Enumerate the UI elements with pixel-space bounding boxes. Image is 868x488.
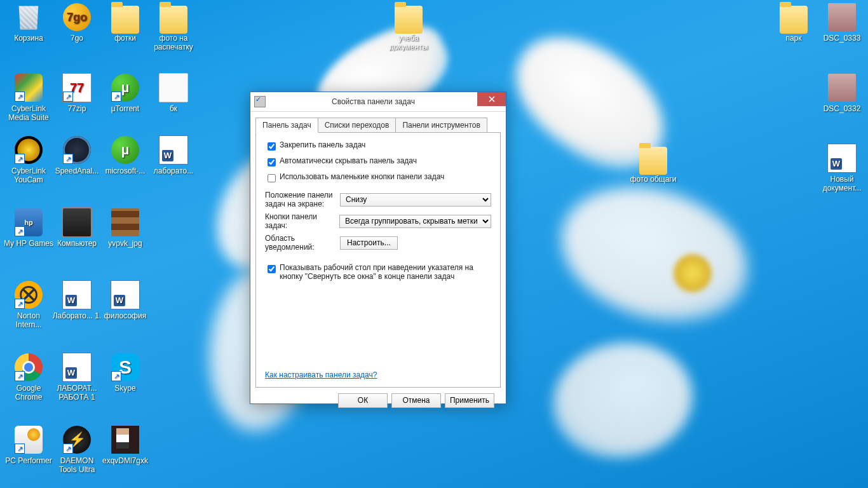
desktop-icon[interactable]: DSC_0333	[817, 2, 867, 43]
label-taskbar-position: Положение панели задач на экране:	[265, 191, 340, 208]
desktop-icon[interactable]: 77↗77zip	[52, 72, 102, 113]
select-taskbar-buttons[interactable]: Всегда группировать, скрывать метки	[339, 215, 491, 228]
desktop-icon[interactable]: фотки	[100, 2, 150, 43]
shortcut-arrow-icon: ↗	[15, 154, 25, 164]
desktop-icon[interactable]: учеба документы	[384, 2, 433, 51]
shortcut-arrow-icon: ↗	[15, 92, 25, 102]
shortcut-arrow-icon: ↗	[15, 299, 25, 309]
desktop-icon-label: My HP Games	[4, 239, 53, 248]
shortcut-arrow-icon: ↗	[111, 371, 121, 381]
app-icon: µ	[111, 136, 139, 164]
app-icon	[639, 147, 667, 175]
desktop-icon-label: Компьютер	[52, 239, 102, 248]
desktop-icon[interactable]: парк	[769, 2, 818, 43]
app-icon	[111, 6, 139, 34]
dialog-icon	[254, 96, 266, 107]
app-icon	[15, 3, 43, 31]
desktop-icon[interactable]: ↗PC Performer	[4, 424, 53, 465]
app-icon	[827, 144, 857, 173]
desktop-icon[interactable]: ↗SpeedAnal...	[52, 135, 102, 175]
select-taskbar-position[interactable]: Снизу	[340, 193, 491, 207]
shortcut-arrow-icon: ↗	[63, 154, 73, 164]
app-icon	[159, 6, 187, 34]
close-button[interactable]	[477, 92, 506, 106]
desktop-icon[interactable]: ↗CyberLink YouCam	[4, 135, 53, 184]
desktop-icon-label: парк	[769, 34, 818, 43]
desktop-icon-label: SpeedAnal...	[52, 166, 102, 175]
desktop-icon[interactable]: Корзина	[4, 2, 53, 43]
desktop-icon[interactable]: Компьютер	[52, 207, 102, 248]
desktop-icon[interactable]: Новый документ...	[817, 143, 867, 193]
desktop-icon[interactable]: лаборато...	[149, 135, 198, 175]
desktop-icon-label: фото на распечатку	[149, 34, 198, 51]
dialog-titlebar[interactable]: Свойства панели задач	[250, 92, 506, 112]
app-icon	[159, 73, 188, 102]
tab-toolbars[interactable]: Панели инструментов	[395, 118, 487, 133]
desktop-icon[interactable]: DSC_0332	[817, 72, 867, 113]
desktop-icon[interactable]: S↗Skype	[100, 352, 150, 393]
checkbox-peek-desktop[interactable]	[268, 265, 276, 273]
desktop[interactable]: Корзина7go7goфоткифото на распечаткуучеб…	[0, 0, 868, 488]
app-icon	[111, 208, 139, 236]
desktop-icon-label: CyberLink Media Suite	[4, 104, 53, 122]
tab-strip: Панель задач Списки переходов Панели инс…	[255, 118, 501, 133]
desktop-icon-label: Google Chrome	[4, 384, 53, 402]
desktop-icon[interactable]: exqvDMl7gxk	[100, 424, 150, 465]
desktop-icon-label: 7go	[52, 34, 102, 43]
apply-button[interactable]: Применить	[445, 393, 494, 408]
app-icon	[395, 6, 423, 34]
desktop-icon[interactable]: hp↗My HP Games	[4, 207, 53, 248]
label-taskbar-buttons: Кнопки панели задач:	[265, 212, 339, 230]
app-icon	[111, 426, 139, 454]
desktop-icon[interactable]: µ↗µTorrent	[100, 72, 150, 113]
shortcut-arrow-icon: ↗	[63, 92, 73, 102]
shortcut-arrow-icon: ↗	[15, 371, 25, 381]
app-icon	[828, 3, 856, 31]
desktop-icon-label: лаборато...	[149, 166, 198, 175]
checkbox-small-buttons[interactable]	[268, 174, 276, 182]
desktop-icon[interactable]: фото общаги	[628, 143, 678, 184]
desktop-icon[interactable]: ↗CyberLink Media Suite	[4, 72, 53, 122]
app-icon: 7go	[63, 3, 91, 31]
tab-panel: Закрепить панель задач Автоматически скр…	[255, 132, 501, 388]
desktop-icon[interactable]: Лаборато... 1.	[52, 280, 102, 320]
desktop-icon-label: 77zip	[52, 104, 102, 113]
label-autohide-taskbar: Автоматически скрывать панель задач	[280, 156, 417, 165]
shortcut-arrow-icon: ↗	[15, 444, 25, 454]
desktop-icon-label: ЛАБОРАТ... РАБОТА 1	[52, 384, 102, 402]
checkbox-autohide-taskbar[interactable]	[268, 158, 276, 166]
desktop-icon-label: microsoft-...	[100, 166, 150, 175]
desktop-icon-label: CyberLink YouCam	[4, 166, 53, 184]
tab-jump-lists[interactable]: Списки переходов	[318, 118, 397, 133]
ok-button[interactable]: ОК	[338, 393, 388, 408]
desktop-icon[interactable]: фото на распечатку	[149, 2, 198, 51]
desktop-icon[interactable]: µmicrosoft-...	[100, 135, 150, 175]
desktop-icon[interactable]: ↗Norton Intern...	[4, 280, 53, 329]
cancel-button[interactable]: Отмена	[391, 393, 441, 408]
desktop-icon[interactable]: бк	[149, 72, 198, 113]
desktop-icon[interactable]: 7go7go	[52, 2, 102, 43]
desktop-icon[interactable]: философия	[100, 280, 150, 320]
desktop-icon-label: DAEMON Tools Ultra	[52, 456, 102, 474]
desktop-icon-label: Лаборато... 1.	[52, 311, 102, 320]
desktop-icon-label: DSC_0332	[817, 104, 867, 113]
desktop-icon[interactable]: ↗Google Chrome	[4, 352, 53, 402]
desktop-icon-label: фото общаги	[628, 175, 678, 184]
desktop-icon[interactable]: yvpvk_jpg	[100, 207, 150, 248]
app-icon	[111, 280, 140, 309]
shortcut-arrow-icon: ↗	[15, 226, 25, 236]
desktop-icon[interactable]: ЛАБОРАТ... РАБОТА 1	[52, 352, 102, 402]
desktop-icon[interactable]: ↗DAEMON Tools Ultra	[52, 424, 102, 474]
label-small-buttons: Использовать маленькие кнопки панели зад…	[280, 172, 444, 181]
desktop-icon-label: философия	[100, 311, 150, 320]
desktop-icon-label: бк	[149, 104, 198, 113]
tab-taskbar[interactable]: Панель задач	[255, 118, 318, 133]
app-icon	[62, 353, 92, 382]
desktop-icon-label: DSC_0333	[817, 34, 867, 43]
label-lock-taskbar: Закрепить панель задач	[280, 140, 365, 149]
label-notification-area: Область уведомлений:	[265, 234, 340, 252]
app-icon	[62, 280, 92, 309]
help-link[interactable]: Как настраивать панели задач?	[265, 370, 377, 379]
customize-button[interactable]: Настроить...	[340, 236, 398, 250]
checkbox-lock-taskbar[interactable]	[268, 142, 276, 151]
